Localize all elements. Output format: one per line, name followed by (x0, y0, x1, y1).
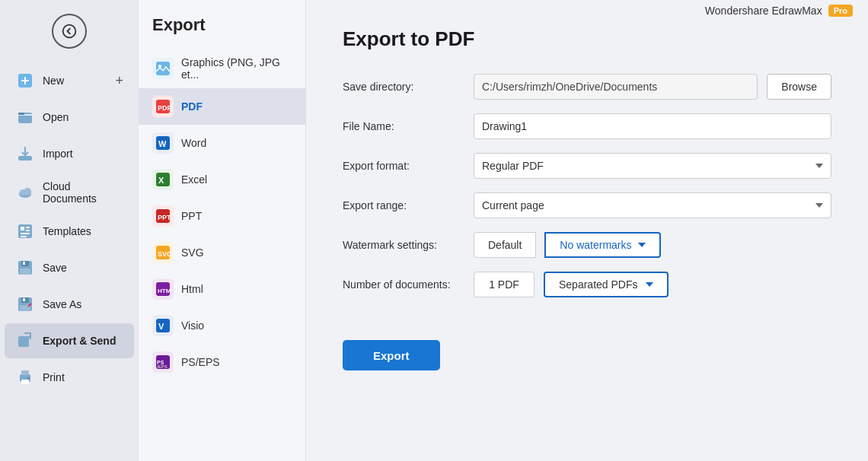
export-type-visio[interactable]: V Visio (139, 307, 305, 344)
sidebar-item-open-label: Open (43, 111, 69, 123)
num-docs-label: Number of documents: (343, 278, 464, 291)
svg-text:PPT: PPT (158, 214, 171, 221)
export-range-label: Export range: (343, 199, 464, 211)
svg-icon: SVG (152, 242, 174, 263)
export-type-panel: Export Graphics (PNG, JPG et... PDF PDF … (139, 0, 306, 461)
app-header: Wondershare EdrawMax Pro (705, 5, 853, 17)
watermark-none-chevron-icon (638, 243, 646, 247)
watermark-label: Watermark settings: (343, 239, 464, 251)
export-format-select[interactable]: Regular PDF PDF/A PDF/X (474, 153, 831, 179)
sidebar-item-templates[interactable]: Templates (5, 214, 134, 249)
svg-text:X: X (158, 176, 164, 185)
export-type-svg[interactable]: SVG SVG (139, 234, 305, 271)
svg-rect-14 (26, 230, 30, 231)
sidebar-item-export-label: Export & Send (43, 335, 116, 347)
save-directory-label: Save directory: (343, 81, 464, 93)
print-icon (15, 367, 35, 387)
visio-icon: V (152, 315, 174, 336)
graphics-icon (152, 58, 174, 79)
svg-rect-16 (21, 236, 27, 237)
export-type-word[interactable]: W Word (139, 125, 305, 161)
file-name-input[interactable] (474, 113, 831, 139)
svg-text:W: W (158, 139, 167, 148)
export-button[interactable]: Export (343, 340, 440, 370)
pro-badge: Pro (828, 5, 853, 17)
sidebar-item-new[interactable]: New + (5, 63, 134, 98)
svg-point-31 (27, 377, 30, 380)
sidebar-item-print[interactable]: Print (5, 360, 134, 395)
export-type-excel-label: Excel (181, 173, 207, 186)
browse-button[interactable]: Browse (767, 74, 831, 100)
cloud-icon (15, 183, 35, 202)
file-name-label: File Name: (343, 120, 464, 132)
save-directory-input[interactable] (474, 74, 758, 100)
saveas-icon (15, 294, 35, 314)
word-icon: W (152, 132, 174, 154)
sidebar-item-save-label: Save (43, 262, 67, 274)
svg-rect-29 (21, 370, 29, 375)
svg-rect-20 (20, 269, 30, 275)
sidebar-item-export[interactable]: Export & Send (5, 323, 134, 358)
export-type-ppt[interactable]: PPT PPT (139, 198, 305, 234)
pdf-icon: PDF (152, 96, 174, 117)
svg-rect-6 (18, 156, 32, 161)
export-range-row: Export range: Current page All pages Sel… (343, 192, 831, 218)
html-icon: HTML (152, 278, 174, 300)
svg-text:SVG: SVG (158, 250, 171, 258)
save-icon (15, 258, 35, 278)
sidebar-item-cloud[interactable]: Cloud Documents (5, 173, 134, 212)
export-format-row: Export format: Regular PDF PDF/A PDF/X (343, 153, 831, 179)
num-docs-input[interactable] (474, 272, 535, 297)
main-content: Export to PDF Save directory: Browse Fil… (306, 0, 868, 461)
separated-pdfs-button[interactable]: Separated PDFs (544, 272, 669, 297)
export-button-container: Export (343, 319, 831, 370)
sidebar-item-save[interactable]: Save (5, 250, 134, 285)
export-type-pseps[interactable]: PS/EPS PS/EPS (139, 344, 305, 380)
svg-rect-23 (23, 298, 25, 301)
export-range-select[interactable]: Current page All pages Selected pages (474, 192, 831, 218)
svg-rect-12 (21, 227, 24, 230)
export-send-icon (15, 331, 35, 351)
export-type-word-label: Word (181, 137, 206, 149)
back-button[interactable] (52, 14, 87, 49)
export-type-excel[interactable]: X Excel (139, 161, 305, 198)
main-title: Export to PDF (343, 27, 831, 51)
templates-icon (15, 221, 35, 241)
watermark-none-button[interactable]: No watermarks (544, 232, 660, 258)
svg-text:HTML: HTML (158, 288, 171, 294)
svg-text:/EPS: /EPS (157, 364, 168, 369)
export-type-pdf[interactable]: PDF PDF (139, 88, 305, 125)
export-type-ppt-label: PPT (181, 210, 202, 222)
app-title: Wondershare EdrawMax (705, 5, 822, 17)
sidebar-item-import-label: Import (43, 148, 73, 160)
sidebar-item-saveas[interactable]: Save As (5, 287, 134, 322)
watermark-row: Watermark settings: Default No watermark… (343, 232, 831, 258)
svg-text:PDF: PDF (158, 104, 171, 112)
export-type-pdf-label: PDF (181, 100, 203, 113)
sidebar-item-templates-label: Templates (43, 225, 91, 237)
sidebar-item-new-label: New (43, 75, 64, 87)
open-icon (15, 107, 35, 127)
svg-rect-5 (18, 113, 24, 115)
export-type-svg-label: SVG (181, 246, 204, 259)
import-icon (15, 144, 35, 164)
export-type-visio-label: Visio (181, 320, 204, 332)
sidebar-item-cloud-label: Cloud Documents (43, 180, 123, 205)
export-type-html[interactable]: HTML Html (139, 271, 305, 307)
sidebar-item-print-label: Print (43, 371, 65, 383)
ppt-icon: PPT (152, 205, 174, 227)
svg-rect-15 (21, 233, 30, 234)
svg-point-10 (24, 188, 31, 196)
sidebar-item-open[interactable]: Open (5, 100, 134, 135)
svg-rect-19 (23, 262, 25, 265)
sidebar: New + Open Import Cloud Documents Templa… (0, 0, 139, 461)
export-type-graphics[interactable]: Graphics (PNG, JPG et... (139, 49, 305, 88)
export-panel-title: Export (139, 15, 305, 49)
sidebar-item-saveas-label: Save As (43, 298, 81, 310)
excel-icon: X (152, 169, 174, 190)
sidebar-item-import[interactable]: Import (5, 136, 134, 171)
watermark-default-button[interactable]: Default (474, 232, 536, 258)
svg-text:V: V (158, 322, 164, 331)
new-icon (15, 71, 35, 91)
save-directory-row: Save directory: Browse (343, 74, 831, 100)
